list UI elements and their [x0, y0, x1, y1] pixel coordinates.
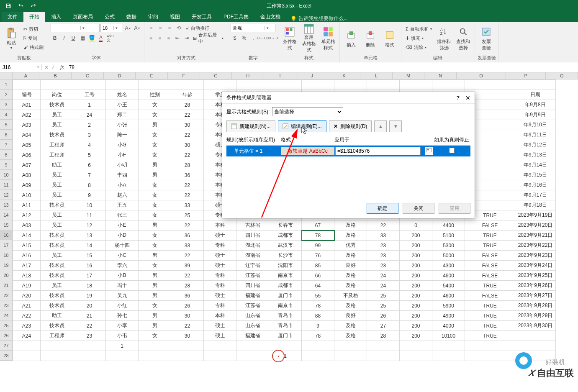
- clear-button[interactable]: ⌫清除▾: [404, 43, 434, 51]
- increase-font-icon[interactable]: A▲: [124, 24, 132, 32]
- row-header[interactable]: 10: [0, 170, 13, 180]
- increase-indent-icon[interactable]: ⇥: [182, 34, 190, 42]
- row-header[interactable]: 12: [0, 190, 13, 200]
- col-header[interactable]: I: [264, 72, 296, 79]
- font-color-button[interactable]: A: [97, 34, 105, 42]
- tab-formulas[interactable]: 公式: [99, 12, 121, 22]
- edit-rule-button[interactable]: 编辑规则(E)...: [278, 120, 326, 132]
- cancel-icon[interactable]: ✕: [44, 64, 49, 70]
- accounting-icon[interactable]: $: [231, 34, 239, 42]
- align-right-icon[interactable]: ≡: [164, 34, 172, 42]
- row-header[interactable]: 3: [0, 100, 13, 110]
- tab-view[interactable]: 视图: [164, 12, 186, 22]
- delete-rule-button[interactable]: ✕删除规则(D): [329, 120, 372, 132]
- row-header[interactable]: 21: [0, 280, 13, 290]
- enter-icon[interactable]: ✓: [51, 64, 55, 70]
- align-middle-icon[interactable]: ≡: [156, 24, 164, 32]
- row-header[interactable]: 13: [0, 200, 13, 210]
- col-header[interactable]: E: [136, 72, 168, 79]
- table-format-button[interactable]: 套用 表格格式: [300, 24, 318, 52]
- invoice-check-button[interactable]: 发票 查验: [478, 24, 495, 52]
- row-header[interactable]: 19: [0, 260, 13, 270]
- delete-cells-button[interactable]: 删除: [362, 24, 379, 52]
- row-header[interactable]: 4: [0, 110, 13, 120]
- number-format-combo[interactable]: ▾: [231, 24, 275, 32]
- row-header[interactable]: 15: [0, 220, 13, 230]
- fill-button[interactable]: ⬇填充▾: [404, 34, 434, 42]
- row-header[interactable]: 18: [0, 250, 13, 260]
- autosum-button[interactable]: Σ自动求和▾: [404, 25, 434, 33]
- redo-icon[interactable]: [29, 2, 38, 10]
- row-header[interactable]: 14: [0, 210, 13, 220]
- row-header[interactable]: 16: [0, 230, 13, 240]
- scope-select[interactable]: 当前选择: [272, 107, 343, 116]
- close-icon[interactable]: ✕: [465, 95, 470, 101]
- cut-button[interactable]: ✂剪切: [22, 25, 45, 33]
- row-header[interactable]: 25: [0, 320, 13, 331]
- underline-button[interactable]: U: [69, 34, 77, 42]
- col-header[interactable]: K: [328, 72, 360, 79]
- new-rule-button[interactable]: 新建规则(N)...: [226, 120, 275, 132]
- apply-button[interactable]: 应用: [439, 203, 470, 214]
- row-header[interactable]: 24: [0, 310, 13, 320]
- tell-me[interactable]: 💡告诉我您想要做什么...: [290, 15, 348, 22]
- row-header[interactable]: 9: [0, 160, 13, 170]
- row-header[interactable]: 6: [0, 130, 13, 140]
- fill-color-button[interactable]: 🪣: [87, 34, 96, 42]
- undo-icon[interactable]: [17, 2, 25, 10]
- format-painter-button[interactable]: 🖌格式刷: [22, 43, 45, 51]
- tab-insert[interactable]: 插入: [45, 12, 67, 22]
- col-header[interactable]: P: [506, 72, 546, 79]
- rule-row[interactable]: 单元格值 = 1 微软卓越 AaBbCc: [226, 146, 470, 156]
- formula-input[interactable]: 78: [67, 64, 578, 70]
- font-size-combo[interactable]: ▾: [100, 24, 123, 32]
- font-name-combo[interactable]: ▾: [51, 24, 100, 32]
- col-header[interactable]: B: [39, 72, 72, 79]
- row-header[interactable]: 5: [0, 120, 13, 130]
- row-header[interactable]: 28: [0, 351, 13, 361]
- tab-page-layout[interactable]: 页面布局: [67, 12, 99, 22]
- orientation-icon[interactable]: ⟲: [175, 24, 183, 32]
- merge-button[interactable]: ⊞合并后居中▾: [191, 34, 225, 42]
- tab-home[interactable]: 开始: [23, 12, 45, 22]
- row-header[interactable]: 27: [0, 341, 13, 351]
- row-header[interactable]: 8: [0, 150, 13, 160]
- col-header[interactable]: L: [360, 72, 393, 79]
- col-header[interactable]: O: [457, 72, 506, 79]
- tab-kingsoft[interactable]: 金山文档: [254, 12, 286, 22]
- tab-pdf[interactable]: PDF工具集: [218, 12, 254, 22]
- save-icon[interactable]: [4, 2, 13, 10]
- col-header[interactable]: H: [232, 72, 264, 79]
- stop-if-true-checkbox[interactable]: [449, 148, 455, 153]
- tab-review[interactable]: 审阅: [142, 12, 164, 22]
- col-header[interactable]: G: [200, 72, 232, 79]
- col-header[interactable]: D: [104, 72, 136, 79]
- row-header[interactable]: 20: [0, 270, 13, 280]
- decrease-font-icon[interactable]: A▼: [133, 24, 141, 32]
- row-header[interactable]: 11: [0, 180, 13, 190]
- align-center-icon[interactable]: ≡: [156, 34, 164, 42]
- help-icon[interactable]: ?: [457, 95, 460, 101]
- col-header[interactable]: C: [72, 72, 104, 79]
- paste-button[interactable]: 粘贴 ▾: [3, 24, 20, 52]
- align-bottom-icon[interactable]: ≡: [165, 24, 174, 32]
- align-top-icon[interactable]: ≡: [147, 24, 155, 32]
- tab-data[interactable]: 数据: [121, 12, 142, 22]
- row-header[interactable]: 23: [0, 300, 13, 310]
- tab-file[interactable]: 文件: [2, 12, 23, 22]
- close-button[interactable]: 关闭: [403, 203, 434, 214]
- range-picker-icon[interactable]: [425, 147, 433, 155]
- col-header[interactable]: M: [393, 72, 425, 79]
- row-header[interactable]: 2: [0, 90, 13, 100]
- col-header[interactable]: A: [13, 72, 40, 79]
- italic-button[interactable]: I: [60, 34, 68, 42]
- col-header[interactable]: F: [168, 72, 200, 79]
- decrease-decimal-icon[interactable]: .00→.0: [267, 34, 276, 42]
- row-header[interactable]: 7: [0, 140, 13, 150]
- sort-filter-button[interactable]: AZ排序和筛选: [435, 24, 453, 52]
- move-up-button[interactable]: ▲: [374, 120, 387, 132]
- find-select-button[interactable]: 查找和选择: [455, 24, 472, 52]
- format-cells-button[interactable]: 格式: [381, 24, 398, 52]
- border-button[interactable]: ▦: [78, 34, 87, 42]
- align-left-icon[interactable]: ≡: [147, 34, 155, 42]
